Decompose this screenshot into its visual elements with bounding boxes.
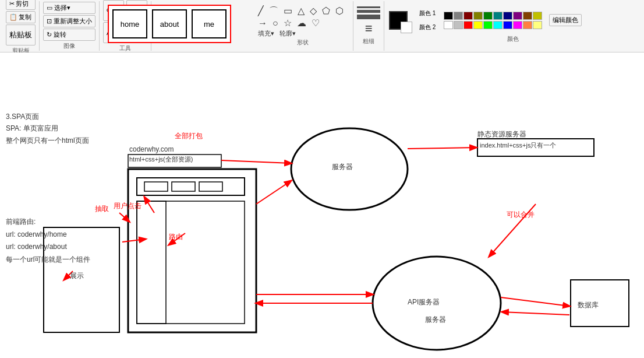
- diamond-shape[interactable]: ◇: [308, 6, 319, 16]
- triangle-shape[interactable]: △: [296, 6, 306, 16]
- svg-rect-2: [137, 178, 245, 195]
- main-colors: 颜色 1 颜色 2 编辑颜色: [389, 9, 637, 31]
- svg-rect-5: [199, 182, 222, 191]
- color-cell[interactable]: [523, 12, 532, 20]
- tab-box-about[interactable]: about: [152, 9, 187, 38]
- colors-section: 颜色 1 颜色 2 编辑颜色 颜色: [384, 1, 642, 51]
- paste-button[interactable]: 粘贴板: [6, 24, 36, 45]
- color-cell[interactable]: [454, 21, 463, 29]
- color-cell[interactable]: [444, 21, 453, 29]
- resize-button[interactable]: ⊡ 重新调整大小: [43, 15, 95, 27]
- color-cell[interactable]: [454, 12, 463, 20]
- color-cell[interactable]: [473, 12, 483, 20]
- color-cell[interactable]: [493, 21, 503, 29]
- pentagon-shape[interactable]: ⬠: [320, 6, 332, 16]
- svg-rect-7: [137, 201, 166, 324]
- rect-shape[interactable]: ▭: [282, 6, 294, 16]
- color-cell[interactable]: [444, 12, 453, 20]
- svg-rect-3: [144, 182, 168, 191]
- circle-shape[interactable]: ○: [271, 18, 280, 29]
- line-shape[interactable]: ╱: [256, 6, 266, 16]
- tab-box-home[interactable]: home: [112, 9, 147, 38]
- image-label: 图像: [63, 42, 75, 50]
- thick-section: ≡ 粗细: [353, 1, 384, 51]
- svg-line-25: [122, 239, 146, 242]
- colors-label: 颜色: [389, 35, 637, 43]
- svg-line-21: [119, 213, 129, 222]
- cut-button[interactable]: ✂ 剪切: [6, 0, 36, 10]
- color-cell[interactable]: [493, 12, 503, 20]
- shapes-label: 形状: [297, 38, 309, 47]
- outline-dropdown[interactable]: 轮廓▾: [278, 30, 298, 37]
- color-palette-2: [444, 21, 542, 29]
- svg-line-19: [502, 312, 569, 315]
- color2-label: 颜色 2: [419, 23, 436, 31]
- image-section: ▭ 选择▾ ⊡ 重新调整大小 ↻ 旋转 图像: [40, 1, 100, 51]
- color-cell[interactable]: [463, 21, 473, 29]
- tools-label: 工具: [119, 44, 131, 52]
- rotate-button[interactable]: ↻ 旋转: [43, 29, 95, 41]
- cloud-shape[interactable]: ☁: [295, 18, 308, 29]
- color-cell[interactable]: [503, 12, 512, 20]
- extract-label: 抽取: [95, 204, 109, 214]
- svg-line-13: [144, 197, 154, 213]
- copy-button[interactable]: 📋 复制: [6, 11, 36, 23]
- clipboard-buttons: ✂ 剪切 📋 复制 粘贴板: [6, 0, 36, 45]
- svg-line-18: [501, 297, 569, 306]
- spa-title: 3.SPA页面 SPA: 单页富应用 整个网页只有一个html页面: [6, 111, 89, 146]
- color-cell[interactable]: [523, 21, 532, 29]
- coderwhy-url: coderwhy.com: [129, 145, 174, 155]
- canvas-area: 3.SPA页面 SPA: 单页富应用 整个网页只有一个html页面 前端路由: …: [0, 52, 644, 358]
- color2-box[interactable]: [401, 22, 412, 33]
- color-cell[interactable]: [533, 21, 542, 29]
- color-cell[interactable]: [483, 21, 493, 29]
- tab-boxes-area: home about me: [108, 5, 231, 43]
- svg-line-14: [221, 160, 291, 163]
- color-cell[interactable]: [533, 12, 542, 20]
- color-palette: [444, 12, 542, 20]
- color-cell[interactable]: [483, 12, 493, 20]
- static-server-label: 静态资源服务器: [477, 129, 526, 139]
- tab-box-me[interactable]: me: [192, 9, 227, 38]
- svg-line-23: [256, 181, 291, 204]
- can-merge-label: 可以合并: [507, 210, 535, 220]
- display-label: 展示: [70, 271, 84, 281]
- html-css-js-label: html+css+js(全部资源): [129, 155, 193, 164]
- arrow-shape[interactable]: →: [256, 18, 269, 29]
- svg-rect-1: [128, 169, 256, 332]
- svg-line-15: [408, 148, 476, 149]
- route-label: 路由: [169, 232, 183, 242]
- api-server-label: API服务器: [408, 297, 440, 307]
- clipboard-section: ✂ 剪切 📋 复制 粘贴板 剪贴板: [2, 1, 40, 51]
- color-cell[interactable]: [513, 12, 522, 20]
- color-cell[interactable]: [503, 21, 512, 29]
- database-label: 数据库: [578, 300, 599, 310]
- fill-dropdown[interactable]: 填充▾: [256, 30, 276, 37]
- server-label: 服务器: [332, 162, 353, 172]
- color-cell[interactable]: [463, 12, 473, 20]
- thick-label: 粗细: [363, 37, 374, 45]
- thick-merge-icon: ≡: [365, 21, 373, 36]
- edit-colors-button[interactable]: 编辑颜色: [549, 14, 582, 26]
- svg-rect-4: [172, 182, 195, 191]
- hexagon-shape[interactable]: ⬡: [334, 6, 345, 16]
- user-click-label: 用户点击: [114, 201, 141, 211]
- star-shape[interactable]: ☆: [282, 18, 293, 29]
- static-server-box-label: index.html+css+js只有一个: [480, 141, 556, 150]
- select-button[interactable]: ▭ 选择▾: [43, 2, 95, 14]
- server-label2: 服务器: [425, 315, 446, 325]
- svg-rect-6: [137, 201, 245, 324]
- curve-shape[interactable]: ⌒: [267, 6, 280, 16]
- frontend-route: 前端路由: url: coderwhy/home url: coderwhy/a…: [6, 216, 90, 266]
- color1-label: 颜色 1: [419, 9, 436, 17]
- all-package-label: 全部打包: [175, 131, 203, 141]
- color-cell[interactable]: [473, 21, 483, 29]
- toolbar: ✂ 剪切 📋 复制 粘贴板 剪贴板 ▭ 选择▾ ⊡ 重新调整大小 ↻ 旋转 图像…: [0, 0, 644, 52]
- color-cell[interactable]: [513, 21, 522, 29]
- heart-shape[interactable]: ♡: [310, 18, 321, 29]
